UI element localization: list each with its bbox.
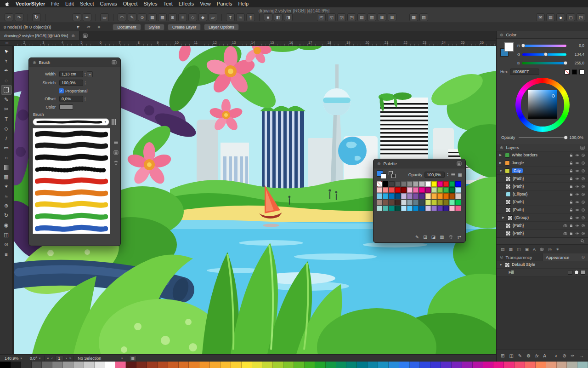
strip-swatch[interactable] [504, 362, 514, 368]
eye-icon[interactable] [575, 184, 579, 189]
eye-icon[interactable] [575, 153, 579, 157]
effects-icon[interactable]: fx [535, 354, 538, 358]
menu-item[interactable]: View [200, 1, 211, 6]
text-tool[interactable]: T [1, 114, 12, 124]
color-swatch[interactable] [383, 181, 388, 187]
eyedropper-icon[interactable]: ◐ [555, 353, 558, 358]
import-swatches-icon[interactable]: ⇄ [458, 235, 461, 240]
menu-item[interactable]: Edit [65, 1, 74, 6]
menu-item[interactable]: Object [123, 1, 138, 6]
brush-options-icon[interactable] [113, 150, 119, 155]
lock-icon[interactable] [569, 192, 573, 196]
layer-row[interactable]: {Path} [497, 175, 588, 183]
width-stepper[interactable]: ▴▾ [85, 72, 85, 76]
grid-view-icon[interactable]: ▦ [409, 13, 418, 21]
new-group-icon[interactable]: ◫ [509, 353, 513, 358]
panel-menu-icon[interactable] [580, 145, 585, 150]
lock-icon[interactable] [569, 153, 573, 157]
lock-icon[interactable] [569, 216, 573, 220]
color-swatch[interactable] [437, 193, 443, 199]
menu-item[interactable]: Canvas [100, 1, 117, 6]
panel-menu-icon[interactable] [112, 60, 117, 65]
grid-add-icon[interactable]: ⊞ [168, 13, 177, 21]
add-swatch-icon[interactable]: ⊞ [423, 235, 427, 240]
grid-alt-icon[interactable]: ▧ [419, 13, 428, 21]
gear-icon[interactable]: ⚙ [526, 353, 531, 358]
direct-select-tool[interactable]: ➢ [1, 56, 12, 66]
strip-swatch[interactable] [210, 362, 220, 368]
target-icon[interactable] [581, 169, 585, 173]
strip-swatch[interactable] [242, 362, 252, 368]
swatch-group-icon[interactable]: ▦ [440, 235, 444, 240]
color-swatch[interactable] [419, 200, 424, 205]
pointer-tool-icon[interactable]: ➤ [73, 13, 81, 21]
brush-item[interactable] [33, 140, 110, 152]
color-swatch[interactable] [419, 193, 424, 199]
strip-swatch[interactable] [63, 362, 74, 368]
color-swatch[interactable] [455, 181, 461, 187]
object-name[interactable]: {Path} [513, 184, 524, 189]
strip-swatch[interactable] [126, 362, 136, 368]
solid-diamond-icon[interactable]: ◆ [198, 13, 207, 21]
camera-icon[interactable] [563, 224, 567, 228]
menu-item[interactable]: Help [238, 1, 249, 6]
strip-swatch[interactable] [179, 362, 189, 368]
strip-swatch[interactable] [0, 362, 11, 368]
marquee-tool[interactable] [1, 85, 12, 95]
align-bl-icon[interactable]: ◱ [327, 13, 336, 21]
strip-swatch[interactable] [273, 362, 283, 368]
lock-icon[interactable] [569, 231, 573, 236]
target-icon[interactable] [581, 161, 585, 165]
strip-swatch[interactable] [536, 362, 546, 368]
menu-item[interactable]: Panels [217, 1, 232, 6]
color-swatch[interactable] [449, 206, 455, 211]
strip-swatch[interactable] [567, 362, 577, 368]
no-color-mini-swatch[interactable] [565, 69, 570, 75]
color-swatch[interactable] [437, 206, 443, 211]
strip-swatch[interactable] [189, 362, 199, 368]
color-swatch[interactable] [449, 200, 455, 205]
duplicate-icon[interactable]: ◫ [517, 247, 521, 252]
fill-stroke-swatches[interactable] [377, 170, 386, 179]
panel-dot-icon[interactable]: ⊗ [500, 33, 503, 37]
strip-swatch[interactable] [252, 362, 263, 368]
strip-swatch[interactable] [493, 362, 504, 368]
color-swatch[interactable] [449, 193, 455, 199]
eye-icon[interactable] [575, 192, 579, 196]
grid-toggle-button[interactable]: ▦ [129, 355, 136, 361]
fill-swatch[interactable] [568, 270, 572, 275]
channel-r-value[interactable]: 0,0 [569, 43, 584, 48]
menu-item[interactable]: Styles [144, 1, 158, 6]
sync-button[interactable]: ↻ [32, 13, 41, 21]
layer-row[interactable]: {Path} [497, 230, 588, 237]
color-swatch[interactable] [455, 200, 461, 205]
pencil-tool[interactable]: ✎ [1, 95, 12, 104]
color-swatch[interactable] [59, 104, 73, 109]
object-name[interactable]: {Ellipse} [513, 192, 528, 196]
color-swatch[interactable] [443, 206, 449, 211]
color-swatch[interactable] [449, 187, 455, 193]
color-swatch[interactable] [425, 187, 431, 193]
search-icon[interactable] [580, 239, 585, 243]
strip-swatch[interactable] [462, 362, 473, 368]
select-rect-icon[interactable]: ▱ [85, 24, 92, 29]
eye-icon[interactable] [575, 208, 579, 212]
remove-panel-icon[interactable]: ⊟ [388, 13, 396, 21]
lock-icon[interactable] [569, 177, 573, 181]
rows-icon[interactable]: ▤ [357, 13, 366, 21]
fill-circle-swatch[interactable] [574, 270, 579, 275]
strip-swatch[interactable] [262, 362, 273, 368]
undo-button[interactable]: ↶ [5, 13, 13, 21]
mesh-icon[interactable]: ▦ [148, 13, 157, 21]
layer-row[interactable]: ▶ Jungle [497, 159, 588, 167]
color-swatch[interactable] [383, 193, 388, 199]
edit-swatch-icon[interactable]: ✎ [415, 235, 419, 240]
color-swatch[interactable] [443, 187, 449, 193]
color-swatch[interactable] [425, 200, 431, 205]
black-mini-swatch[interactable] [572, 69, 577, 75]
color-swatch[interactable] [425, 181, 431, 187]
eye-icon[interactable] [575, 169, 579, 173]
eye-icon[interactable] [575, 177, 579, 181]
strip-swatch[interactable] [378, 362, 389, 368]
hex-input[interactable] [510, 69, 539, 75]
